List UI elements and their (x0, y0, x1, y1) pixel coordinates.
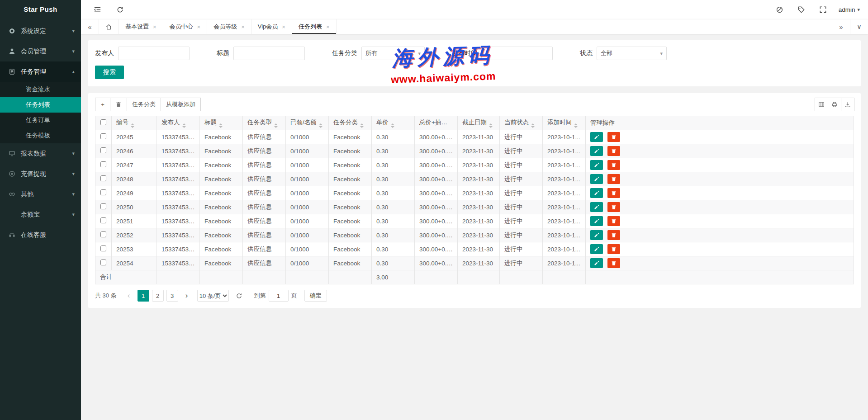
print-button[interactable] (828, 98, 841, 111)
sort-icon[interactable] (450, 123, 453, 128)
refresh-icon[interactable] (115, 5, 124, 14)
sort-icon[interactable] (574, 123, 578, 128)
next-page-button[interactable]: › (181, 290, 193, 302)
sort-icon[interactable] (360, 123, 364, 128)
close-icon[interactable]: × (241, 24, 245, 30)
edit-button[interactable] (590, 174, 603, 184)
sidebar-item-other[interactable]: 其他 ▾ (0, 184, 81, 204)
close-icon[interactable]: × (197, 24, 201, 30)
delete-button[interactable] (607, 244, 620, 254)
export-button[interactable] (841, 98, 854, 111)
title-input[interactable] (233, 47, 305, 60)
select-all-checkbox[interactable] (100, 119, 106, 125)
tabs-scroll-left-button[interactable]: « (81, 19, 99, 34)
row-checkbox[interactable] (100, 217, 106, 223)
delete-button[interactable] (607, 216, 620, 226)
tab-member-center[interactable]: 会员中心 × (163, 19, 208, 34)
goto-confirm-button[interactable]: 确定 (304, 290, 327, 302)
per-page-select[interactable]: 10 条/页 (197, 290, 229, 302)
publish-time-input[interactable] (481, 47, 553, 60)
tag-icon[interactable] (797, 5, 806, 14)
fullscreen-icon[interactable] (819, 5, 828, 14)
pencil-icon (594, 246, 599, 252)
delete-button[interactable] (607, 174, 620, 184)
edit-button[interactable] (590, 160, 603, 170)
row-checkbox[interactable] (100, 203, 106, 209)
close-icon[interactable]: × (282, 24, 285, 30)
pencil-icon (594, 218, 599, 224)
sort-icon[interactable] (391, 123, 394, 128)
edit-button[interactable] (590, 258, 603, 268)
tabs-menu-button[interactable]: ∨ (850, 19, 868, 34)
edit-button[interactable] (590, 188, 603, 198)
page-button-3[interactable]: 3 (166, 290, 178, 302)
close-icon[interactable]: × (326, 24, 330, 30)
filter-columns-button[interactable] (815, 98, 828, 111)
row-checkbox[interactable] (100, 260, 106, 265)
sidebar-item-fund-flow[interactable]: 资金流水 (0, 82, 81, 97)
delete-button[interactable] (607, 230, 620, 240)
tabbar: « 基本设置 × 会员中心 × 会员等级 × Vip会员 (81, 19, 868, 34)
row-checkbox[interactable] (100, 133, 106, 139)
delete-button[interactable] (607, 132, 620, 142)
row-checkbox[interactable] (100, 147, 106, 153)
sidebar-item-online-service[interactable]: 在线客服 (0, 225, 81, 245)
tab-member-level[interactable]: 会员等级 × (207, 19, 251, 34)
tab-basic-settings[interactable]: 基本设置 × (119, 19, 163, 34)
publisher-input[interactable] (118, 47, 190, 60)
row-checkbox[interactable] (100, 245, 106, 251)
goto-page-input[interactable] (269, 290, 289, 302)
delete-selected-button[interactable] (110, 98, 127, 111)
sort-icon[interactable] (531, 123, 535, 128)
delete-button[interactable] (607, 202, 620, 212)
edit-button[interactable] (590, 202, 603, 212)
tab-vip-member[interactable]: Vip会员 × (251, 19, 292, 34)
sidebar-item-task-templates[interactable]: 任务模板 (0, 128, 81, 143)
user-menu[interactable]: admin ▾ (839, 6, 860, 13)
tabs-scroll-right-button[interactable]: » (832, 19, 850, 34)
sort-icon[interactable] (182, 123, 186, 128)
edit-button[interactable] (590, 132, 603, 142)
sidebar-item-task-management[interactable]: 任务管理 ▴ (0, 61, 81, 82)
sort-icon[interactable] (274, 123, 278, 128)
edit-button[interactable] (590, 216, 603, 226)
cell-title: Facebook (200, 186, 243, 200)
edit-button[interactable] (590, 146, 603, 156)
sidebar-item-system-settings[interactable]: 系统设定 ▾ (0, 21, 81, 41)
collapse-sidebar-icon[interactable] (93, 5, 102, 14)
task-category-button[interactable]: 任务分类 (127, 98, 161, 111)
pagination-refresh-icon[interactable] (233, 290, 245, 302)
add-task-button[interactable]: + (95, 98, 110, 111)
sidebar-item-report-data[interactable]: 报表数据 ▾ (0, 143, 81, 164)
add-from-template-button[interactable]: 从模板添加 (161, 98, 201, 111)
row-checkbox[interactable] (100, 231, 106, 237)
delete-button[interactable] (607, 146, 620, 156)
edit-button[interactable] (590, 230, 603, 240)
sort-icon[interactable] (319, 123, 323, 128)
row-checkbox[interactable] (100, 175, 106, 181)
page-button-1[interactable]: 1 (138, 290, 149, 302)
sort-icon[interactable] (219, 123, 223, 128)
prev-page-button[interactable]: ‹ (123, 290, 135, 302)
status-select[interactable]: 全部 ▾ (597, 47, 667, 60)
sidebar-item-task-list[interactable]: 任务列表 (0, 97, 81, 113)
sidebar-item-task-orders[interactable]: 任务订单 (0, 113, 81, 128)
sort-icon[interactable] (489, 123, 493, 128)
sidebar-item-yuebao[interactable]: 余额宝 ▾ (0, 204, 81, 225)
sidebar-item-recharge-withdraw[interactable]: 充值提现 ▾ (0, 164, 81, 184)
delete-button[interactable] (607, 160, 620, 170)
delete-button[interactable] (607, 258, 620, 268)
search-button[interactable]: 搜索 (95, 66, 124, 79)
clear-cache-icon[interactable] (775, 5, 784, 14)
close-icon[interactable]: × (153, 24, 157, 30)
delete-button[interactable] (607, 188, 620, 198)
home-tab[interactable] (99, 19, 119, 34)
sidebar-item-member-management[interactable]: 会员管理 ▾ (0, 41, 81, 61)
edit-button[interactable] (590, 244, 603, 254)
row-checkbox[interactable] (100, 161, 106, 167)
category-select[interactable]: 所有 ▾ (361, 47, 425, 60)
row-checkbox[interactable] (100, 189, 106, 195)
tab-task-list[interactable]: 任务列表 × (292, 19, 337, 34)
sort-icon[interactable] (131, 123, 134, 128)
page-button-2[interactable]: 2 (152, 290, 164, 302)
